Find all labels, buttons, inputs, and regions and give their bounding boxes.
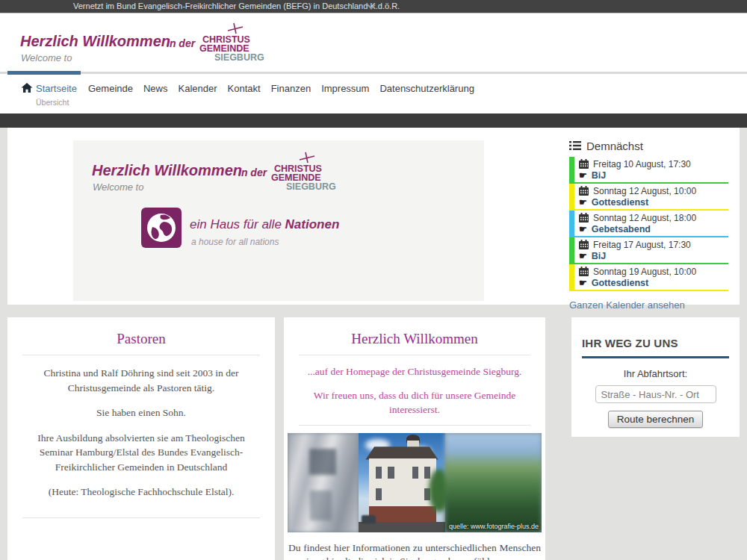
logo-headline: Herzlich Willkommen [20,33,170,50]
paragraph: (Heute: Theologische Fachhochschule Elst… [25,485,257,500]
calendar-icon [579,159,589,169]
route-widget: IHR WEG ZU UNS Ihr Abfahrtsort: Route be… [571,317,740,437]
event-date: Freitag 10 August, 17:30 [593,159,691,169]
hero-slogan-bold: Nationen [285,217,340,231]
event-row: Sonntag 12 August, 10:00 ☛ Gottesdienst [569,184,728,211]
pastoren-paragraphs: Christina und Ralf Döhring sind seit 200… [7,366,275,500]
event-row: Sonntag 19 August, 10:00 ☛ Gottesdienst [569,264,728,291]
photo-left-blur [288,433,359,532]
cross-icon [298,152,316,164]
hero-headline: Herzlich Willkommen [92,162,242,179]
welcome-title: Herzlich Willkommen [284,331,545,347]
calendar-icon [579,240,589,249]
events-title: Demnächst [586,140,643,152]
network-topbar-text: Vernetzt im Bund Evangelisch-Freikirchli… [73,1,400,10]
intro-line: ...auf der Homepage der Christusgemeinde… [293,365,536,379]
events-list: Freitag 10 August, 17:30 ☛ BiJ [569,157,728,291]
event-name-link[interactable]: Gottesdienst [592,278,648,288]
calendar-icon [579,186,589,196]
departure-label: Ihr Abfahrtsort: [571,368,740,379]
main-navigation: Startseite Übersicht Gemeinde News Kalen… [0,73,747,113]
nav-item[interactable]: Impressum [321,83,369,94]
photo-building [359,433,445,532]
hero-slogan-prefix: ein Haus für alle [190,217,285,231]
chevron-down-icon[interactable] [368,2,374,8]
nav-item[interactable]: Datenschutzerklärung [379,83,474,94]
site-logo: Herzlich Willkommen in der Welcome to CH… [20,22,274,69]
divider-band [0,113,747,128]
event-date: Sonntag 12 August, 10:00 [593,186,696,196]
photo-right-blur [445,433,542,532]
nav-subitem-uebersicht[interactable]: Übersicht [36,98,69,107]
list-icon [569,141,581,150]
nav-divider [0,72,747,74]
event-date: Sonntag 19 August, 10:00 [593,267,696,277]
hero-slogan-en: a house for all nations [191,237,279,247]
globe-tile [141,208,182,248]
hand-pointer-icon: ☛ [579,279,587,287]
calendar-icon [579,213,589,223]
paragraph: Sie haben einen Sohn. [25,405,257,420]
nav-items: Gemeinde News Kalender Kontakt Finanzen … [88,83,474,94]
event-date: Freitag 17 August, 17:30 [593,240,691,250]
nav-item[interactable]: Kontakt [228,83,261,94]
divider [22,355,260,355]
hero-logo: Herzlich Willkommen in der Welcome to CH… [92,152,346,198]
logo-subline: Welcome to [21,52,72,63]
event-row: Freitag 10 August, 17:30 ☛ BiJ [569,157,728,184]
nav-item[interactable]: Finanzen [271,83,311,94]
brand-line3: SIEGBURG [214,53,264,62]
hand-pointer-icon: ☛ [579,225,587,234]
logo-headline-suffix: in der [167,37,195,49]
route-title-underline [582,356,729,358]
nav-item[interactable]: News [143,83,168,94]
hero-banner: Herzlich Willkommen in der Welcome to CH… [73,140,484,301]
site-header: Herzlich Willkommen in der Welcome to CH… [0,13,747,73]
event-name-link[interactable]: BiJ [592,170,606,181]
paragraph: Ihre Ausbildung absolvierten sie am Theo… [25,431,257,475]
route-title: IHR WEG ZU UNS [582,337,729,349]
nav-item[interactable]: Kalender [179,83,217,94]
cross-icon [226,22,244,34]
active-tab-indicator [7,71,81,75]
upcoming-events-widget: Demnächst Freitag 10 Augus [569,138,728,311]
event-name-link[interactable]: Gottesdienst [592,197,648,208]
hero-headline-suffix: in der [238,167,267,178]
pastoren-column: Pastoren Christina und Ralf Döhring sind… [7,317,275,560]
event-date: Sonntag 12 August, 18:00 [593,213,696,223]
church-photo: quelle: www.fotografie-plus.de [288,433,542,532]
divider [299,355,530,355]
hero-slogan: ein Haus für alle Nationen [190,217,339,232]
nav-item[interactable]: Gemeinde [88,83,133,94]
departure-input[interactable] [595,385,716,403]
welcome-intro: ...auf der Homepage der Christusgemeinde… [284,365,545,417]
welcome-column: Herzlich Willkommen ...auf der Homepage … [284,317,545,560]
nav-item-startseite[interactable]: Startseite [36,83,77,94]
hand-pointer-icon: ☛ [579,252,587,261]
event-name-link[interactable]: Gebetsabend [592,224,651,234]
brand-line3: SIEGBURG [286,182,336,191]
globe-icon [141,208,182,248]
event-row: Freitag 17 August, 17:30 ☛ BiJ [569,237,728,264]
welcome-paragraphs: Du findest hier Informationen zu untersc… [284,541,545,560]
network-topbar: Vernetzt im Bund Evangelisch-Freikirchli… [0,0,747,13]
hand-pointer-icon: ☛ [579,171,587,180]
paragraph: Du findest hier Informationen zu untersc… [288,541,541,560]
event-row: Sonntag 12 August, 18:00 ☛ Gebetsabend [569,211,728,237]
home-icon [21,83,33,93]
event-name-link[interactable]: BiJ [592,251,606,261]
paragraph: Christina und Ralf Döhring sind seit 200… [25,366,257,395]
divider [22,517,260,518]
photo-credit: quelle: www.fotografie-plus.de [449,523,539,530]
divider [299,425,530,426]
top-content-section: Herzlich Willkommen in der Welcome to CH… [7,128,740,305]
full-calendar-link[interactable]: Ganzen Kalender ansehen [569,299,728,311]
pastoren-title: Pastoren [7,331,275,347]
calendar-icon [579,267,589,276]
intro-line: Wir freuen uns, dass du dich für unsere … [293,389,536,417]
hero-subline: Welcome to [93,181,143,193]
calculate-route-button[interactable]: Route berechnen [608,411,704,428]
hand-pointer-icon: ☛ [579,198,587,207]
